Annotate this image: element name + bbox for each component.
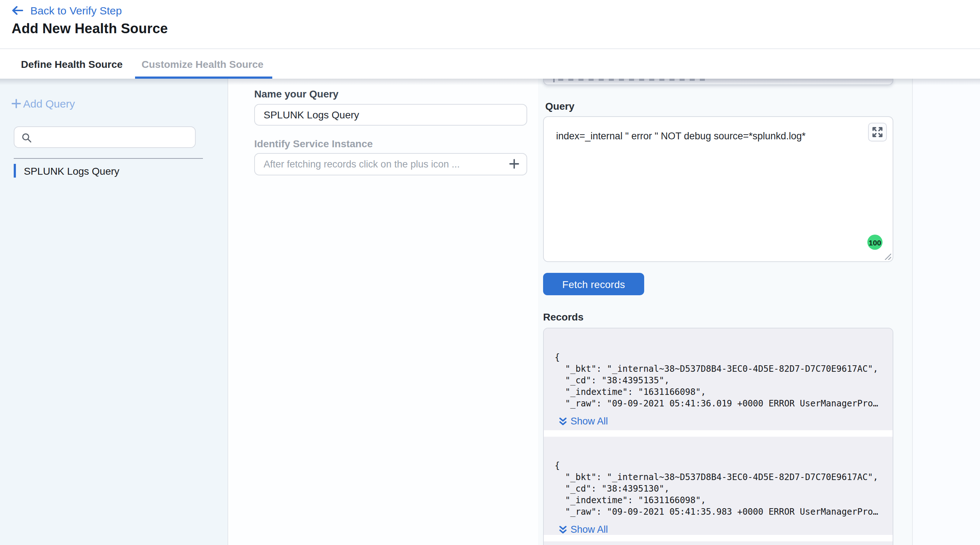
name-your-query-label: Name your Query	[254, 88, 338, 100]
double-chevron-down-icon	[559, 417, 567, 426]
active-tab-indicator	[135, 76, 272, 79]
record-card: { "_bkt": "_internal~38~D537D8B4-3EC0-4D…	[544, 329, 892, 430]
identify-service-instance-label: Identify Service Instance	[254, 138, 373, 149]
clipped-input-above	[543, 79, 893, 85]
selected-item-bar	[14, 164, 16, 178]
page-header: Back to Verify Step Add New Health Sourc…	[0, 0, 980, 49]
textarea-resize-handle[interactable]	[884, 252, 891, 259]
record-card	[544, 542, 892, 545]
back-to-verify-step-link[interactable]: Back to Verify Step	[11, 4, 122, 17]
show-all-link[interactable]: Show All	[559, 416, 608, 427]
back-arrow-icon	[11, 6, 23, 15]
clipped-text-fragment	[553, 79, 554, 82]
query-item-label: SPLUNK Logs Query	[24, 165, 119, 176]
tab-customize-health-source[interactable]: Customize Health Source	[142, 49, 264, 79]
service-instance-field	[254, 153, 527, 175]
double-chevron-down-icon	[559, 525, 567, 534]
query-sidebar: Add Query SPLUNK Logs Query	[0, 79, 228, 545]
right-edge-panel	[912, 79, 980, 545]
tab-define-health-source[interactable]: Define Health Source	[21, 49, 123, 79]
record-json: { "_bkt": "_internal~38~D537D8B4-3EC0-4D…	[555, 351, 878, 409]
query-label: Query	[545, 100, 574, 112]
records-label: Records	[543, 311, 584, 323]
add-query-label: Add Query	[23, 97, 75, 110]
add-query-button[interactable]: Add Query	[11, 97, 75, 110]
page-title: Add New Health Source	[11, 21, 168, 37]
service-instance-input[interactable]	[254, 153, 527, 175]
show-all-label: Show All	[571, 524, 608, 535]
query-search-box	[14, 126, 196, 148]
sidebar-item-splunk-logs-query[interactable]: SPLUNK Logs Query	[14, 164, 119, 178]
show-all-label: Show All	[571, 416, 608, 427]
query-search-input[interactable]	[36, 128, 194, 148]
query-textarea[interactable]: index=_internal " error " NOT debug sour…	[544, 117, 892, 261]
record-json: { "_bkt": "_internal~38~D537D8B4-3EC0-4D…	[555, 460, 878, 518]
clipped-text-fragment	[558, 79, 710, 81]
sidebar-divider	[14, 158, 203, 159]
record-card: { "_bkt": "_internal~38~D537D8B4-3EC0-4D…	[544, 437, 892, 535]
add-service-instance-plus-icon[interactable]	[509, 159, 519, 169]
character-count-badge: 100	[867, 235, 883, 250]
expand-icon	[872, 127, 883, 137]
expand-query-button[interactable]	[868, 123, 887, 141]
query-name-input[interactable]	[254, 104, 527, 126]
records-container: { "_bkt": "_internal~38~D537D8B4-3EC0-4D…	[543, 328, 893, 545]
plus-icon	[11, 99, 21, 108]
fetch-records-button[interactable]: Fetch records	[543, 273, 644, 295]
add-health-source-page: Back to Verify Step Add New Health Sourc…	[0, 0, 980, 545]
back-link-label: Back to Verify Step	[30, 4, 122, 17]
tab-bar: Define Health Source Customize Health So…	[0, 49, 980, 79]
show-all-link[interactable]: Show All	[559, 524, 608, 535]
query-editor: index=_internal " error " NOT debug sour…	[543, 116, 893, 262]
